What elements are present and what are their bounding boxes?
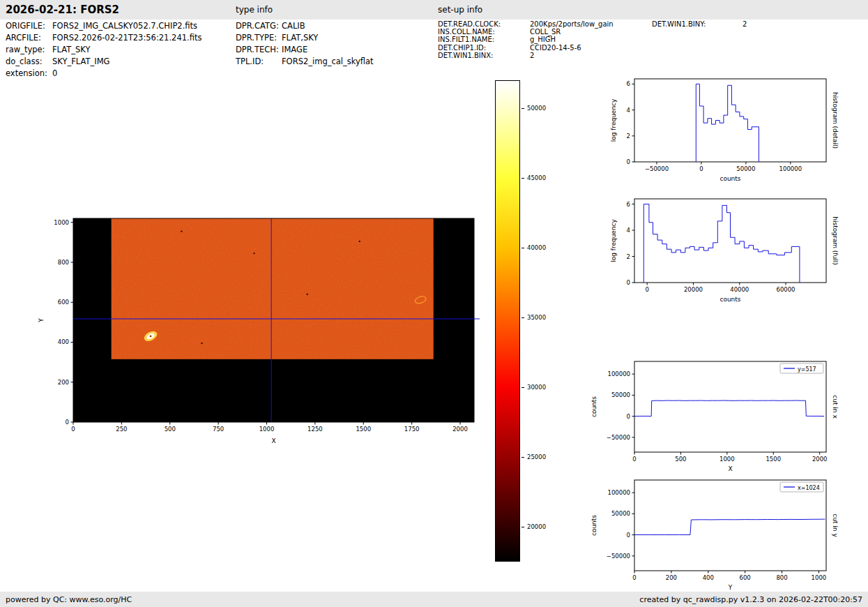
meta-label: DET.WIN1.BINY: [652,20,743,28]
x-axis-label: X [271,437,275,444]
colorbar-tick-label: 45000 [527,174,546,181]
meta-value: 0 [52,68,57,80]
meta-value: COLL_SR [530,28,561,36]
plot-border [634,480,826,571]
x-tick-label: 1250 [307,426,323,433]
colorbar-gradient [495,80,520,562]
meta-label: DET.READ.CLOCK: [438,20,530,28]
meta-label: INS.FILT1.NAME: [438,36,530,43]
right-axis-label: histogram (detail) [832,92,839,149]
x-tick-label: 2000 [452,426,468,433]
x-tick-label: 500 [675,456,686,463]
y-tick-label: 100000 [608,370,630,377]
cut-in-y-chart: 02004006008001000−50000050000100000Ycoun… [582,470,847,599]
page-title: 2026-02-21: FORS2 [6,3,119,16]
colorbar-tick [521,108,524,109]
meta-row-filt1-name: INS.FILT1.NAME: g_HIGH [438,36,614,43]
meta-label: DET.CHIP1.ID: [438,44,530,52]
plot-border [634,199,826,283]
y-tick-label: −50000 [607,434,630,441]
meta-label: do_class: [6,56,52,68]
meta-value: FORS2_img_cal_skyflat [282,56,374,68]
dark-speck [307,294,308,295]
colorbar-tick-label: 20000 [527,523,546,530]
meta-value: FORS2.2026-02-21T23:56:21.241.fits [52,32,201,44]
y-tick-label: 2 [627,253,630,260]
y-axis-label: counts [591,515,597,536]
histogram-full-chart: 02000040000600000246countslog frequencyh… [596,188,847,310]
y-tick-label: 0 [627,279,630,286]
saturated-star-center [150,336,152,338]
x-tick-label: 500 [165,426,176,433]
meta-label: raw_type: [6,44,52,56]
right-axis-label: cut in y [832,514,839,537]
x-tick-label: 1500 [356,426,371,433]
meta-row-win1-binx: DET.WIN1.BINX: 2 [438,52,614,59]
y-tick-label: −50000 [607,553,630,560]
meta-row-arcfile: ARCFILE: FORS2.2026-02-21T23:56:21.241.f… [6,32,201,44]
y-tick-label: 600 [58,299,69,306]
colorbar: 20000250003000035000400004500050000 [495,80,572,562]
x-axis-label: Y [728,584,733,591]
meta-label: DPR.CATG: [236,20,282,32]
footer-left-text: powered by QC: www.eso.org/HC [6,595,132,604]
meta-row-coll-name: INS.COLL.NAME: COLL_SR [438,28,614,36]
title-bar: 2026-02-21: FORS2 type info set-up info [0,0,868,20]
meta-label: extension: [6,68,52,80]
meta-value: FLAT_SKY [52,44,91,56]
meta-label: DET.WIN1.BINX: [438,52,530,59]
y-tick-label: 50000 [611,510,630,517]
meta-label: ARCFILE: [6,32,52,44]
x-tick-label: 100000 [779,165,802,172]
dark-speck [201,343,202,344]
x-tick-label: 60000 [776,286,795,293]
right-axis-label: cut in x [832,395,839,419]
x-tick-label: 750 [213,426,224,433]
y-axis-label: Y [38,318,45,323]
colorbar-tick-label: 40000 [527,244,546,251]
meta-row-do-class: do_class: SKY_FLAT_IMG [6,56,201,68]
x-tick-label: 200 [666,574,677,581]
y-tick-label: 0 [627,532,630,539]
setup-info-block: DET.READ.CLOCK: 200Kps/2ports/low_gain I… [438,20,614,59]
flat-field-noise [112,218,434,359]
meta-value: 2 [743,20,747,28]
x-tick-label: −50000 [645,165,669,172]
x-tick-label: 0 [632,574,636,581]
dark-speck [359,241,360,242]
setup-info-block-2: DET.WIN1.BINY: 2 [652,20,747,28]
meta-row-dpr-type: DPR.TYPE: FLAT,SKY [236,32,374,44]
x-tick-label: 1000 [812,574,827,581]
legend-label: y=517 [798,366,816,373]
type-info-block: DPR.CATG: CALIB DPR.TYPE: FLAT,SKY DPR.T… [236,20,374,68]
x-tick-label: 50000 [736,165,755,172]
x-tick-label: 20000 [684,286,703,293]
right-axis-label: histogram (full) [832,216,839,264]
colorbar-tick [521,178,524,179]
footer-right-text: created by qc_rawdisp.py v1.2.3 on 2026-… [639,595,862,604]
meta-label: INS.COLL.NAME: [438,28,530,36]
y-axis-label: counts [591,396,597,417]
x-tick-label: 0 [71,426,75,433]
colorbar-tick [521,317,524,318]
meta-label: DPR.TECH: [236,44,282,56]
plot-border [634,79,826,162]
x-tick-label: 40000 [730,286,749,293]
x-tick-label: 600 [740,574,751,581]
meta-row-read-clock: DET.READ.CLOCK: 200Kps/2ports/low_gain [438,20,614,28]
colorbar-tick [521,457,524,458]
x-tick-label: 0 [632,456,636,463]
y-tick-label: 6 [627,201,630,208]
meta-value: 200Kps/2ports/low_gain [530,20,614,28]
meta-row-tpl-id: TPL.ID: FORS2_img_cal_skyflat [236,56,374,68]
x-axis-label: counts [719,296,740,303]
meta-label: DPR.TYPE: [236,32,282,44]
y-tick-label: 0 [627,413,630,420]
x-tick-label: 2000 [812,456,828,463]
y-tick-label: 200 [58,379,69,386]
x-tick-label: 0 [646,286,649,293]
x-tick-label: 1500 [766,456,781,463]
status-bar: powered by QC: www.eso.org/HC created by… [0,592,868,607]
colorbar-tick-label: 30000 [527,384,546,391]
y-tick-label: 100000 [608,489,630,496]
